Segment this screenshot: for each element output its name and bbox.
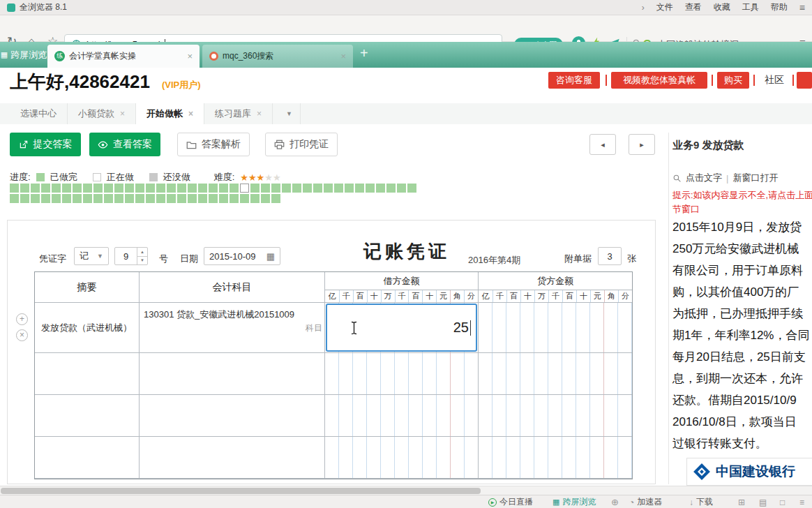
- progress-square[interactable]: [334, 184, 343, 193]
- progress-square[interactable]: [313, 184, 322, 193]
- credit-cell[interactable]: [479, 395, 632, 437]
- menu-item[interactable]: 查看: [685, 1, 702, 13]
- menu-item[interactable]: 收藏: [714, 1, 730, 13]
- progress-square[interactable]: [167, 184, 176, 193]
- progress-square[interactable]: [188, 184, 197, 193]
- voucher-word-select[interactable]: 记 ▼: [74, 247, 109, 265]
- progress-square-current[interactable]: [240, 184, 249, 193]
- stepper-arrows[interactable]: ▲▼: [137, 248, 147, 264]
- progress-square[interactable]: [146, 194, 155, 203]
- progress-square[interactable]: [250, 184, 260, 193]
- progress-square[interactable]: [83, 194, 92, 203]
- course-tab[interactable]: 选课中心: [10, 103, 68, 124]
- progress-square[interactable]: [156, 194, 165, 203]
- submit-answer-button[interactable]: 提交答案: [10, 133, 81, 156]
- progress-square[interactable]: [62, 184, 71, 193]
- progress-square[interactable]: [198, 194, 207, 203]
- progress-square[interactable]: [345, 184, 354, 193]
- credit-cell[interactable]: [479, 353, 632, 395]
- progress-square[interactable]: [292, 184, 301, 193]
- progress-square[interactable]: [282, 184, 291, 193]
- debit-cell-active[interactable]: 25: [325, 303, 479, 353]
- arrow-up-icon[interactable]: ▲: [137, 248, 147, 257]
- new-tab-button[interactable]: +: [360, 45, 368, 61]
- credit-cell[interactable]: [479, 437, 632, 479]
- progress-square[interactable]: [83, 184, 92, 193]
- progress-square[interactable]: [397, 184, 406, 193]
- progress-square[interactable]: [209, 194, 218, 203]
- menu-item[interactable]: 帮助: [771, 1, 788, 13]
- debit-cell[interactable]: [325, 437, 479, 479]
- view-answer-button[interactable]: 查看答案: [89, 133, 160, 156]
- progress-square[interactable]: [324, 184, 333, 193]
- progress-square[interactable]: [10, 194, 19, 203]
- progress-square[interactable]: [125, 194, 134, 203]
- account-cell[interactable]: [140, 395, 325, 437]
- live-broadcast-button[interactable]: ▶ 今日直播: [488, 496, 533, 508]
- course-tab[interactable]: 练习题库×: [204, 103, 273, 124]
- course-tab[interactable]: 小额贷款×: [68, 103, 136, 124]
- print-voucher-button[interactable]: 打印凭证: [265, 133, 338, 156]
- community-link[interactable]: 社区: [759, 72, 790, 89]
- status-menu-icon[interactable]: ≡: [799, 496, 804, 508]
- progress-square[interactable]: [125, 184, 134, 193]
- progress-square[interactable]: [366, 184, 375, 193]
- progress-square[interactable]: [93, 184, 103, 193]
- progress-square[interactable]: [167, 194, 176, 203]
- tab-close-icon[interactable]: ×: [120, 109, 125, 119]
- tab-close-icon[interactable]: ×: [188, 109, 193, 119]
- summary-cell[interactable]: [35, 353, 140, 395]
- menu-item[interactable]: 文件: [656, 1, 673, 13]
- attach-count-input[interactable]: 3: [598, 247, 622, 265]
- accelerator-button[interactable]: ◔ 加速器: [629, 496, 662, 508]
- zoom-text-link[interactable]: 点击文字: [686, 172, 722, 184]
- progress-square[interactable]: [20, 184, 29, 193]
- debit-cell[interactable]: [325, 395, 479, 437]
- progress-square[interactable]: [219, 184, 228, 193]
- tab-close-icon[interactable]: ×: [187, 51, 193, 61]
- progress-square[interactable]: [93, 194, 103, 203]
- progress-square[interactable]: [52, 194, 61, 203]
- course-tab[interactable]: 开始做帐×: [136, 103, 204, 124]
- progress-square[interactable]: [104, 194, 113, 203]
- buy-button[interactable]: 购买: [717, 72, 749, 89]
- progress-square[interactable]: [41, 184, 50, 193]
- cross-screen-status-button[interactable]: ▦ 跨屏浏览: [552, 496, 596, 508]
- menu-item[interactable]: 工具: [742, 1, 759, 13]
- answer-analysis-button[interactable]: 答案解析: [177, 133, 250, 156]
- progress-square[interactable]: [261, 184, 270, 193]
- progress-square[interactable]: [407, 184, 416, 193]
- progress-square[interactable]: [188, 194, 197, 203]
- progress-square[interactable]: [104, 184, 113, 193]
- scrollbar-thumb[interactable]: [1, 488, 481, 494]
- network-globe-button[interactable]: ⊕: [611, 496, 619, 508]
- cross-screen-button[interactable]: ▦ 跨屏浏览: [0, 42, 47, 68]
- panel-toggle-button[interactable]: ⊞: [738, 496, 745, 508]
- progress-square[interactable]: [376, 184, 385, 193]
- progress-square[interactable]: [261, 194, 270, 203]
- progress-square[interactable]: [271, 194, 280, 203]
- progress-square[interactable]: [31, 184, 40, 193]
- next-business-button[interactable]: ▸: [629, 134, 655, 155]
- main-menu-icon[interactable]: ≡: [799, 2, 805, 13]
- progress-square[interactable]: [219, 194, 228, 203]
- account-cell[interactable]: 130301 贷款_安徽武进机械20151009 科目: [140, 303, 325, 353]
- window-layout-button[interactable]: □: [780, 496, 785, 508]
- progress-square[interactable]: [198, 184, 207, 193]
- progress-square[interactable]: [209, 184, 218, 193]
- tab-close-icon[interactable]: ×: [340, 51, 346, 61]
- account-cell[interactable]: [140, 353, 325, 395]
- horizontal-scrollbar[interactable]: [0, 486, 812, 495]
- debit-cell[interactable]: [325, 353, 479, 395]
- consult-button[interactable]: 咨询客服: [548, 72, 600, 89]
- credit-cell[interactable]: [479, 303, 632, 353]
- progress-square[interactable]: [355, 184, 364, 193]
- date-input[interactable]: 2015-10-09 ▦: [204, 247, 280, 265]
- progress-square[interactable]: [135, 194, 144, 203]
- progress-square[interactable]: [41, 194, 50, 203]
- prev-business-button[interactable]: ◂: [589, 134, 616, 155]
- progress-square[interactable]: [146, 184, 155, 193]
- progress-square[interactable]: [156, 184, 165, 193]
- download-button[interactable]: ↓ 下载: [689, 496, 713, 508]
- arrow-down-icon[interactable]: ▼: [137, 257, 147, 265]
